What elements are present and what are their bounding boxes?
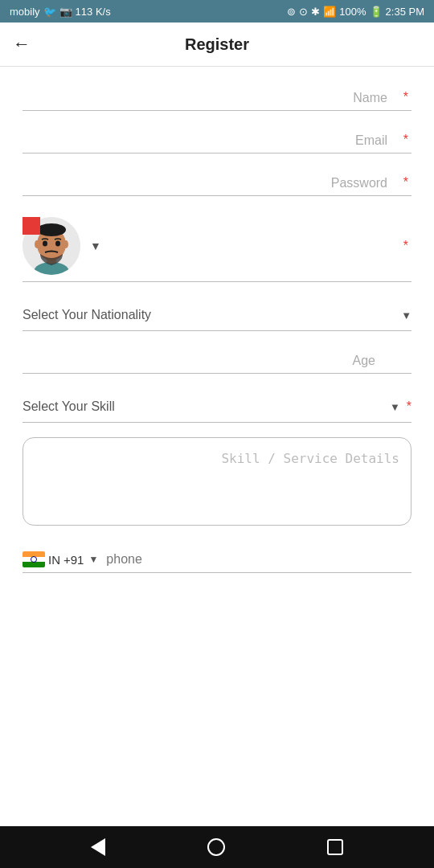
bluetooth-icon: ✱ (311, 6, 320, 18)
skill-required-star: * (407, 399, 411, 414)
password-field-row: * (23, 168, 411, 196)
instagram-icon: 📷 (59, 6, 72, 18)
header: ← Register (0, 23, 434, 67)
speed-text: 113 K/s (76, 6, 111, 18)
phone-row: IN +91 ▼ (23, 543, 411, 573)
phone-dropdown-arrow: ▼ (88, 554, 98, 565)
page-title: Register (185, 35, 249, 54)
nav-back-button[interactable] (91, 838, 105, 856)
country-selector[interactable]: IN +91 ▼ (23, 551, 98, 567)
skill-dropdown-arrow: ▼ (390, 401, 400, 413)
avatar-dropdown-arrow[interactable]: ▼ (90, 240, 101, 252)
svg-point-7 (43, 241, 47, 247)
name-input[interactable] (23, 83, 411, 111)
age-input[interactable] (23, 346, 411, 374)
battery-icon: 🔋 (370, 6, 383, 18)
carrier-text: mobily (10, 6, 40, 18)
wifi-icon: ⊚ (287, 6, 296, 18)
nav-recent-button[interactable] (327, 839, 343, 855)
india-flag-icon (23, 551, 45, 567)
twitter-icon: 🐦 (43, 6, 56, 18)
svg-point-4 (37, 223, 66, 236)
chakra-icon (31, 556, 37, 563)
name-required-star: * (403, 90, 408, 104)
status-right: ⊚ ⊙ ✱ 📶 100% 🔋 2:35 PM (287, 6, 424, 18)
email-field-row: * (23, 125, 411, 154)
age-field-row (23, 346, 411, 374)
skill-details-row (23, 437, 411, 529)
recent-square-icon (327, 839, 343, 855)
status-bar: mobily 🐦 📷 113 K/s ⊚ ⊙ ✱ 📶 100% 🔋 2:35 P… (0, 0, 434, 23)
nationality-label: Select Your Nationality (23, 308, 395, 322)
battery-text: 100% (339, 6, 366, 18)
country-dial-code: +91 (63, 553, 84, 567)
email-input[interactable] (23, 125, 411, 154)
password-required-star: * (403, 175, 408, 190)
skill-label: Select Your Skill (23, 399, 383, 414)
nationality-select[interactable]: Select Your Nationality ▼ (23, 297, 411, 331)
name-field-row: * (23, 83, 411, 111)
email-required-star: * (403, 133, 408, 147)
time-text: 2:35 PM (386, 6, 424, 18)
password-input[interactable] (23, 168, 411, 196)
register-form: * * * (0, 67, 434, 826)
location-icon: ⊙ (299, 6, 308, 18)
svg-point-6 (63, 240, 68, 248)
back-button[interactable]: ← (13, 34, 31, 55)
signal-icon: 📶 (323, 6, 336, 18)
avatar-wrap[interactable] (23, 217, 80, 275)
phone-input[interactable] (98, 552, 411, 567)
nationality-dropdown-arrow: ▼ (401, 309, 411, 321)
home-circle-icon (207, 838, 225, 856)
status-left: mobily 🐦 📷 113 K/s (10, 6, 111, 18)
navigation-bar (0, 826, 434, 868)
svg-point-8 (55, 241, 60, 247)
country-abbr: IN (48, 553, 60, 567)
nav-home-button[interactable] (207, 838, 225, 856)
avatar-row[interactable]: ▼ * (23, 211, 411, 282)
back-triangle-icon (91, 838, 105, 856)
svg-point-5 (35, 240, 39, 248)
skill-details-input[interactable] (23, 437, 411, 526)
skill-select[interactable]: Select Your Skill ▼ * (23, 388, 411, 423)
avatar-required-star: * (403, 239, 408, 253)
